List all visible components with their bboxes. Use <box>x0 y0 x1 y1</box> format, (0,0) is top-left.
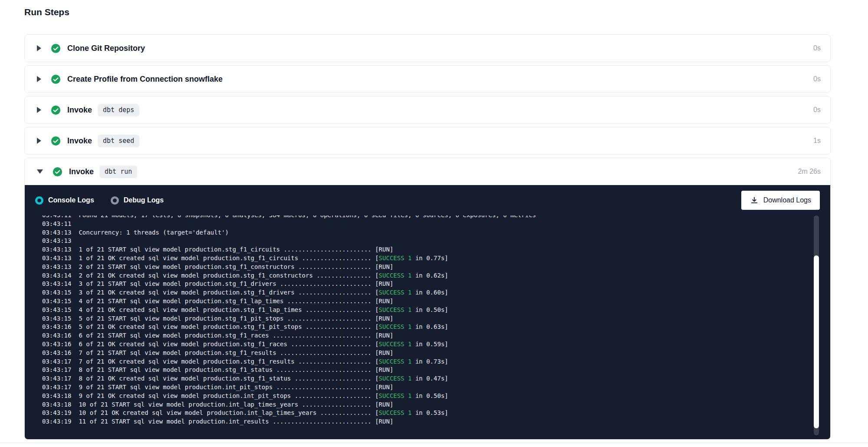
step-card-invoke-dbt-deps: Invoke dbt deps 0s <box>24 96 831 124</box>
step-success-check-icon <box>51 74 61 84</box>
step-label: Invoke <box>69 167 94 176</box>
chevron-right-icon[interactable] <box>37 76 41 82</box>
step-row-invoke-dbt-seed[interactable]: Invoke dbt seed 1s <box>25 127 830 154</box>
step-command-badge: dbt run <box>99 166 137 178</box>
chevron-right-icon[interactable] <box>37 45 41 51</box>
log-line: 03:43:165 of 21 OK created sql view mode… <box>42 323 820 331</box>
step-label: Invoke <box>67 136 92 146</box>
log-line: 03:43:178 of 21 START sql view model pro… <box>42 366 820 374</box>
step-duration: 0s <box>813 106 821 114</box>
log-line: 03:43:177 of 21 OK created sql view mode… <box>42 358 820 366</box>
radio-selected-icon[interactable] <box>35 196 43 205</box>
log-scrollbar-track[interactable] <box>814 215 819 435</box>
log-line: 03:43:155 of 21 START sql view model pro… <box>42 315 820 323</box>
log-line: 03:43:179 of 21 START sql view model pro… <box>42 383 820 392</box>
log-line: 03:43:1910 of 21 OK created sql view mod… <box>42 409 820 417</box>
step-card-invoke-dbt-seed: Invoke dbt seed 1s <box>24 127 831 155</box>
log-line: 03:43:153 of 21 OK created sql view mode… <box>42 288 820 297</box>
step-duration: 0s <box>813 44 821 52</box>
step-row-invoke-dbt-deps[interactable]: Invoke dbt deps 0s <box>25 96 830 123</box>
log-line: 03:43:131 of 21 OK created sql view mode… <box>42 254 820 263</box>
step-duration: 1s <box>813 137 821 145</box>
step-row-clone-git-repository[interactable]: Clone Git Repository 0s <box>25 35 830 62</box>
step-duration: 2m 26s <box>798 168 821 175</box>
page-title: Run Steps <box>24 7 69 17</box>
radio-unselected-icon[interactable] <box>111 196 119 205</box>
debug-logs-label: Debug Logs <box>124 196 164 204</box>
log-line: 03:43:13Concurrency: 1 threads (target='… <box>42 228 820 237</box>
log-content: 03:43:11Found 21 models, 17 tests, 0 sna… <box>42 215 820 426</box>
step-success-check-icon <box>51 43 61 53</box>
step-success-check-icon <box>53 167 62 177</box>
run-steps-list: Clone Git Repository 0s Create Profile f… <box>24 34 831 440</box>
log-line: 03:43:167 of 21 START sql view model pro… <box>42 349 820 358</box>
step-command-badge: dbt deps <box>98 104 139 116</box>
step-row-invoke-dbt-run[interactable]: Invoke dbt run 2m 26s <box>25 158 830 185</box>
log-line: 03:43:166 of 21 OK created sql view mode… <box>42 340 820 349</box>
console-panel: Console Logs Debug Logs Download Logs 03… <box>25 185 830 439</box>
log-line: 03:43:13 <box>42 237 820 245</box>
log-line: 03:43:11Found 21 models, 17 tests, 0 sna… <box>42 215 820 220</box>
log-line: 03:43:178 of 21 OK created sql view mode… <box>42 374 820 383</box>
console-logs-label: Console Logs <box>48 196 94 204</box>
chevron-right-icon[interactable] <box>37 138 41 144</box>
console-header: Console Logs Debug Logs Download Logs <box>35 185 820 215</box>
debug-logs-option[interactable]: Debug Logs <box>111 196 164 205</box>
log-line: 03:43:189 of 21 OK created sql view mode… <box>42 392 820 401</box>
console-log-output[interactable]: 03:43:11Found 21 models, 17 tests, 0 sna… <box>35 215 820 436</box>
step-card-clone-git-repository: Clone Git Repository 0s <box>24 34 831 62</box>
log-line: 03:43:154 of 21 START sql view model pro… <box>42 297 820 306</box>
step-card-invoke-dbt-run: Invoke dbt run 2m 26s Console Logs Debug… <box>24 158 831 440</box>
step-label: Invoke <box>67 106 92 115</box>
download-icon <box>750 196 759 205</box>
step-command-badge: dbt seed <box>98 135 139 147</box>
download-logs-button[interactable]: Download Logs <box>741 191 820 210</box>
log-line: 03:43:142 of 21 OK created sql view mode… <box>42 272 820 280</box>
log-line: 03:43:1911 of 21 START sql view model pr… <box>42 417 820 426</box>
log-line: 03:43:143 of 21 START sql view model pro… <box>42 280 820 288</box>
log-line: 03:43:166 of 21 START sql view model pro… <box>42 331 820 340</box>
step-row-create-profile[interactable]: Create Profile from Connection snowflake… <box>25 66 830 93</box>
download-logs-label: Download Logs <box>763 196 811 204</box>
chevron-down-icon[interactable] <box>37 169 43 174</box>
log-line: 03:43:132 of 21 START sql view model pro… <box>42 263 820 272</box>
log-line: 03:43:154 of 21 OK created sql view mode… <box>42 306 820 315</box>
step-success-check-icon <box>51 105 61 115</box>
console-logs-option[interactable]: Console Logs <box>35 196 94 205</box>
chevron-right-icon[interactable] <box>37 107 41 113</box>
step-label: Clone Git Repository <box>67 44 145 53</box>
step-card-create-profile: Create Profile from Connection snowflake… <box>24 65 831 93</box>
bottom-divider <box>0 443 868 443</box>
step-duration: 0s <box>813 75 821 83</box>
log-line: 03:43:11 <box>42 220 820 228</box>
step-label: Create Profile from Connection snowflake <box>67 75 223 84</box>
log-line: 03:43:1810 of 21 START sql view model pr… <box>42 401 820 409</box>
log-line: 03:43:131 of 21 START sql view model pro… <box>42 245 820 254</box>
log-scrollbar-thumb[interactable] <box>814 255 819 428</box>
step-success-check-icon <box>51 136 61 146</box>
